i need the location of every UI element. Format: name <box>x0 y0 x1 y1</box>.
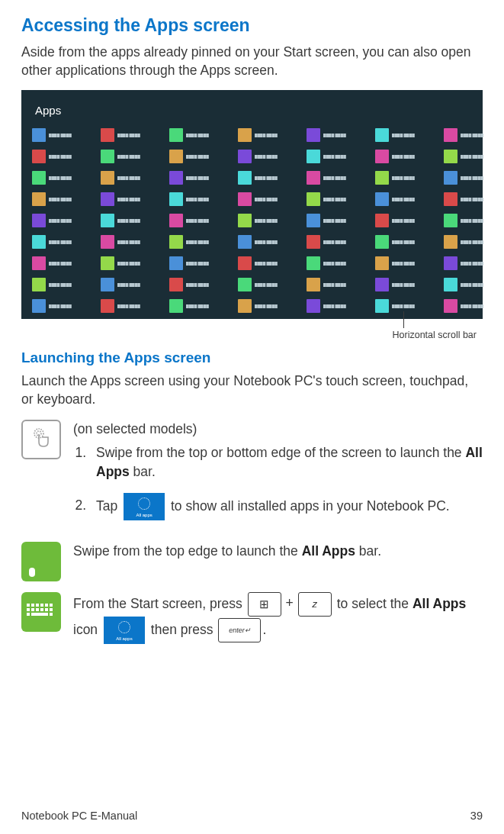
svg-rect-11 <box>40 608 43 611</box>
svg-rect-14 <box>27 613 30 616</box>
keyboard-icon <box>21 592 61 632</box>
svg-rect-9 <box>31 608 34 611</box>
touch-instruction-row: (on selected models) Swipe from the top … <box>21 420 483 531</box>
z-key-icon: z <box>298 592 332 617</box>
svg-rect-8 <box>27 608 30 611</box>
footer-title: Notebook PC E-Manual <box>21 810 137 822</box>
svg-rect-4 <box>36 604 39 607</box>
apps-screen: Apps ████ ████████ ████████ ████████ ███… <box>21 90 483 319</box>
svg-rect-12 <box>45 608 48 611</box>
svg-rect-6 <box>45 604 48 607</box>
all-apps-tile-icon: All apps <box>124 493 165 520</box>
accessing-heading: Accessing the Apps screen <box>21 15 483 36</box>
touch-screen-icon <box>21 420 61 459</box>
touch-note: (on selected models) <box>73 421 197 436</box>
svg-rect-15 <box>31 613 48 616</box>
touch-step-1: Swipe from the top or bottom edge of the… <box>90 443 483 482</box>
apps-screenshot-container: Apps ████ ████████ ████████ ████████ ███… <box>21 90 483 319</box>
page-footer: Notebook PC E-Manual 39 <box>21 810 483 822</box>
touch-instruction-body: (on selected models) Swipe from the top … <box>73 420 483 531</box>
keyboard-instruction-row: From the Start screen, press +z to selec… <box>21 592 483 644</box>
touch-step-2: Tap All apps to show all installed apps … <box>90 493 483 520</box>
callout-line <box>403 311 404 328</box>
accessing-intro: Aside from the apps already pinned on yo… <box>21 43 483 79</box>
svg-rect-3 <box>31 604 34 607</box>
svg-rect-2 <box>27 604 30 607</box>
touchpad-instruction-body: Swipe from the top edge to launch the Al… <box>73 542 483 561</box>
touchpad-instruction-row: Swipe from the top edge to launch the Al… <box>21 542 483 581</box>
apps-screen-title: Apps <box>35 104 477 117</box>
all-apps-tile-icon: All apps <box>104 617 145 644</box>
launching-heading: Launching the Apps screen <box>21 349 483 366</box>
svg-rect-10 <box>36 608 39 611</box>
svg-rect-7 <box>50 604 53 607</box>
apps-grid: ████ ████████ ████████ ████████ ████████… <box>32 126 477 315</box>
svg-rect-16 <box>50 613 53 616</box>
svg-rect-5 <box>40 604 43 607</box>
keyboard-instruction-body: From the Start screen, press +z to selec… <box>73 592 483 644</box>
scroll-bar-label: Horizontal scroll bar <box>393 330 477 340</box>
plus-sign: + <box>286 595 294 610</box>
touchpad-icon <box>21 542 61 581</box>
windows-key-icon <box>248 592 281 617</box>
enter-key-icon <box>218 618 261 642</box>
svg-rect-13 <box>50 608 53 611</box>
launching-intro: Launch the Apps screen using your Notebo… <box>21 372 483 408</box>
page-number: 39 <box>470 810 483 822</box>
